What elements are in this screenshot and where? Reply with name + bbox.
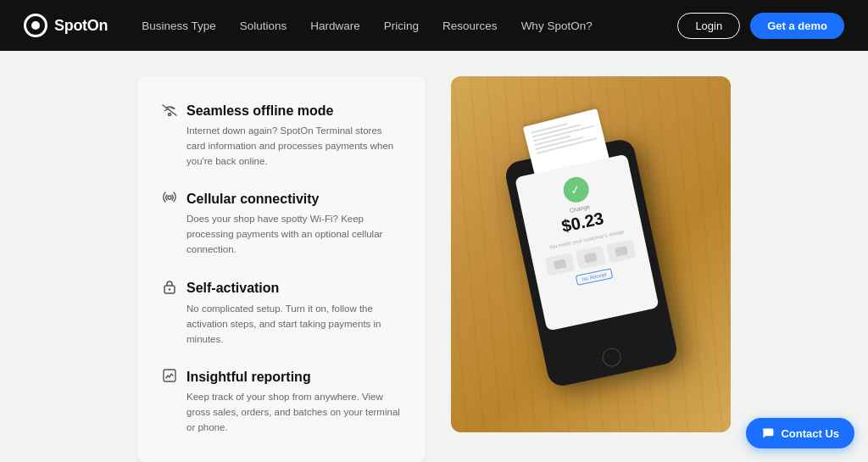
navbar: SpotOn Business Type Solutions Hardware … xyxy=(0,0,868,51)
feature-self-activation-desc: No complicated setup. Turn it on, follow… xyxy=(161,302,402,347)
btn-icon xyxy=(614,246,627,257)
check-icon: ✓ xyxy=(560,175,591,205)
reporting-icon xyxy=(161,369,178,385)
contact-us-button[interactable]: Contact Us xyxy=(746,418,854,448)
nav-link-resources[interactable]: Resources xyxy=(442,19,498,32)
feature-cellular-title: Cellular connectivity xyxy=(186,192,320,207)
svg-point-0 xyxy=(168,196,171,199)
screen-btn-3 xyxy=(605,239,636,263)
offline-icon xyxy=(161,104,178,119)
feature-cellular: Cellular connectivity Does your shop hav… xyxy=(161,191,402,257)
nav-link-hardware[interactable]: Hardware xyxy=(310,19,360,32)
nav-link-why-spoton[interactable]: Why SpotOn? xyxy=(521,19,593,32)
nav-link-business-type[interactable]: Business Type xyxy=(142,19,216,32)
feature-reporting-title: Insightful reporting xyxy=(186,370,311,385)
feature-offline-desc: Internet down again? SpotOn Terminal sto… xyxy=(161,124,402,169)
feature-offline-header: Seamless offline mode xyxy=(161,103,402,119)
svg-rect-3 xyxy=(164,370,175,381)
btn-icon xyxy=(553,259,566,270)
screen-btn-2 xyxy=(575,246,605,270)
cellular-icon xyxy=(161,191,178,207)
nav-actions: Login Get a demo xyxy=(677,13,844,39)
feature-self-activation: Self-activation No complicated setup. Tu… xyxy=(161,280,402,347)
pos-scene: ✓ Change $0.23 You made your customer's … xyxy=(451,76,731,432)
feature-reporting-header: Insightful reporting xyxy=(161,369,402,385)
feature-offline-title: Seamless offline mode xyxy=(186,103,333,119)
get-demo-button[interactable]: Get a demo xyxy=(750,13,844,39)
logo[interactable]: SpotOn xyxy=(24,14,108,37)
feature-cellular-desc: Does your shop have spotty Wi-Fi? Keep p… xyxy=(161,212,402,257)
screen-no-receipt: No Receipt xyxy=(575,268,613,286)
pos-image: ✓ Change $0.23 You made your customer's … xyxy=(451,76,731,432)
features-card: Seamless offline mode Internet down agai… xyxy=(137,76,426,462)
feature-self-activation-title: Self-activation xyxy=(186,281,279,296)
lock-icon xyxy=(161,280,178,297)
btn-icon xyxy=(583,253,597,264)
feature-offline-mode: Seamless offline mode Internet down agai… xyxy=(161,103,402,169)
feature-reporting-desc: Keep track of your shop from anywhere. V… xyxy=(161,390,402,435)
pos-home-button[interactable] xyxy=(600,346,622,368)
main-content: Seamless offline mode Internet down agai… xyxy=(0,51,868,462)
nav-link-pricing[interactable]: Pricing xyxy=(384,19,419,32)
logo-icon xyxy=(24,14,47,37)
nav-link-solutions[interactable]: Solutions xyxy=(240,19,287,32)
screen-btn-1 xyxy=(544,253,575,276)
contact-us-label: Contact Us xyxy=(781,427,839,440)
feature-reporting: Insightful reporting Keep track of your … xyxy=(161,369,402,435)
screen-amount: $0.23 xyxy=(559,209,605,237)
nav-links: Business Type Solutions Hardware Pricing… xyxy=(142,19,677,32)
logo-text: SpotOn xyxy=(54,17,108,35)
pos-screen: ✓ Change $0.23 You made your customer's … xyxy=(515,154,659,331)
svg-point-2 xyxy=(169,288,171,291)
feature-cellular-header: Cellular connectivity xyxy=(161,191,402,207)
login-button[interactable]: Login xyxy=(677,13,740,39)
feature-self-activation-header: Self-activation xyxy=(161,280,402,297)
logo-dot xyxy=(31,21,40,30)
chat-icon xyxy=(761,426,775,440)
